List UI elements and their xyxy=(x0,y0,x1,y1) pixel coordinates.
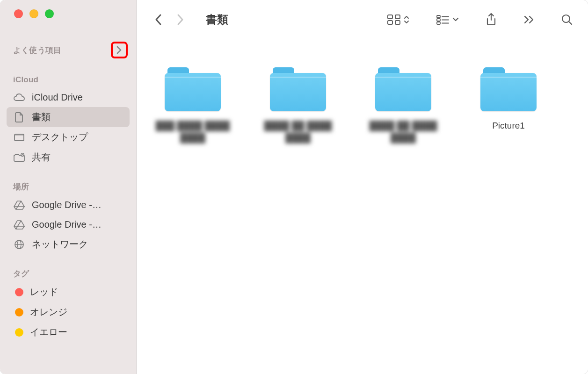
chevrons-right-icon xyxy=(523,15,535,24)
cloud-icon xyxy=(13,91,25,103)
svg-rect-10 xyxy=(395,21,400,24)
sidebar-list-tags: レッド オレンジ イエロー xyxy=(0,282,136,342)
document-icon xyxy=(13,111,25,123)
sidebar-item-label: イエロー xyxy=(30,326,67,338)
sidebar-list-locations: Google Drive -… Google Drive -… ネットワーク xyxy=(0,195,136,254)
chevron-right-icon xyxy=(116,46,122,54)
svg-rect-8 xyxy=(395,15,400,19)
sidebar-item-google-drive-2[interactable]: Google Drive -… xyxy=(7,215,130,234)
window-controls xyxy=(0,9,136,18)
sidebar-item-label: Google Drive -… xyxy=(32,219,102,230)
sidebar-item-network[interactable]: ネットワーク xyxy=(7,234,130,254)
file-label: ███ ████ ████ ████ xyxy=(151,120,235,144)
folder-item[interactable]: Picture1 xyxy=(466,67,551,144)
updown-icon xyxy=(404,15,409,24)
sidebar-item-label: 書類 xyxy=(32,111,51,123)
folder-item[interactable]: ████ ██ ████ ████ xyxy=(361,67,445,144)
sidebar-section-icloud-header: iCloud xyxy=(0,75,136,85)
chevron-left-icon xyxy=(154,13,162,26)
svg-line-18 xyxy=(569,22,572,24)
folder-item[interactable]: ████ ██ ████ ████ xyxy=(256,67,340,144)
more-toolbar-button[interactable] xyxy=(520,11,538,28)
chevron-down-icon xyxy=(452,17,459,22)
folder-icon xyxy=(480,67,537,111)
sidebar: よく使う項目 iCloud iCloud Drive 書類 デ xyxy=(0,0,137,374)
shared-icon xyxy=(13,151,25,164)
sidebar-item-icloud-drive[interactable]: iCloud Drive xyxy=(7,87,130,107)
gdrive-icon xyxy=(13,218,25,230)
svg-rect-1 xyxy=(15,134,24,136)
sidebar-item-shared[interactable]: 共有 xyxy=(7,147,130,167)
favorites-expand-toggle[interactable] xyxy=(111,42,128,58)
file-label: Picture1 xyxy=(492,120,525,132)
minimize-window-button[interactable] xyxy=(29,9,38,18)
sidebar-section-favorites-header: よく使う項目 xyxy=(0,42,136,58)
sidebar-item-label: 共有 xyxy=(32,151,51,164)
tag-dot-icon xyxy=(15,308,23,316)
group-icon xyxy=(436,14,450,25)
forward-button[interactable] xyxy=(174,13,187,26)
sidebar-item-tag-orange[interactable]: オレンジ xyxy=(7,302,130,322)
grid-view-icon xyxy=(387,14,401,25)
fullscreen-window-button[interactable] xyxy=(45,9,54,18)
share-button[interactable] xyxy=(481,11,501,28)
share-icon xyxy=(485,13,497,27)
sidebar-item-label: デスクトップ xyxy=(32,131,88,144)
svg-rect-7 xyxy=(388,15,392,19)
gdrive-icon xyxy=(13,199,25,211)
sidebar-item-desktop[interactable]: デスクトップ xyxy=(7,127,130,147)
close-window-button[interactable] xyxy=(14,9,23,18)
tag-dot-icon xyxy=(15,328,23,337)
sidebar-item-tag-red[interactable]: レッド xyxy=(7,282,130,302)
page-title: 書類 xyxy=(206,12,228,27)
file-label: ████ ██ ████ ████ xyxy=(256,120,340,144)
sidebar-item-label: ネットワーク xyxy=(32,238,88,251)
sidebar-section-tags-label: タグ xyxy=(13,268,29,279)
toolbar: 書類 xyxy=(137,0,588,39)
sidebar-list-icloud: iCloud Drive 書類 デスクトップ 共有 xyxy=(0,87,136,167)
sidebar-item-google-drive-1[interactable]: Google Drive -… xyxy=(7,195,130,215)
sidebar-item-label: レッド xyxy=(30,286,58,298)
sidebar-item-label: オレンジ xyxy=(30,306,67,318)
sidebar-section-tags-header: タグ xyxy=(0,268,136,279)
desktop-icon xyxy=(13,131,25,144)
view-mode-button[interactable] xyxy=(383,11,413,28)
tag-dot-icon xyxy=(15,288,23,296)
search-icon xyxy=(561,14,573,26)
svg-rect-11 xyxy=(437,15,440,18)
sidebar-section-icloud-label: iCloud xyxy=(13,75,38,85)
sidebar-section-favorites-label: よく使う項目 xyxy=(13,45,61,56)
folder-icon xyxy=(375,67,431,111)
network-icon xyxy=(13,238,25,251)
sidebar-section-locations-label: 場所 xyxy=(13,181,29,192)
folder-icon xyxy=(165,67,221,111)
file-grid: ███ ████ ████ ████ ████ ██ ████ ████ ███… xyxy=(151,67,583,144)
back-button[interactable] xyxy=(152,13,165,26)
sidebar-item-documents[interactable]: 書類 xyxy=(7,107,130,127)
main-pane: 書類 xyxy=(137,0,588,374)
sidebar-item-label: iCloud Drive xyxy=(32,92,83,103)
file-grid-area[interactable]: ███ ████ ████ ████ ████ ██ ████ ████ ███… xyxy=(137,39,588,374)
chevron-right-icon xyxy=(176,13,185,26)
sidebar-section-locations-header: 場所 xyxy=(0,181,136,192)
svg-rect-9 xyxy=(388,21,392,24)
svg-rect-12 xyxy=(437,19,440,21)
sidebar-item-tag-yellow[interactable]: イエロー xyxy=(7,322,130,342)
search-button[interactable] xyxy=(557,11,577,28)
file-label: ████ ██ ████ ████ xyxy=(361,120,445,144)
folder-item[interactable]: ███ ████ ████ ████ xyxy=(151,67,235,144)
group-by-button[interactable] xyxy=(432,11,463,28)
folder-icon xyxy=(270,67,326,111)
sidebar-item-label: Google Drive -… xyxy=(32,200,102,210)
svg-rect-13 xyxy=(437,22,440,24)
